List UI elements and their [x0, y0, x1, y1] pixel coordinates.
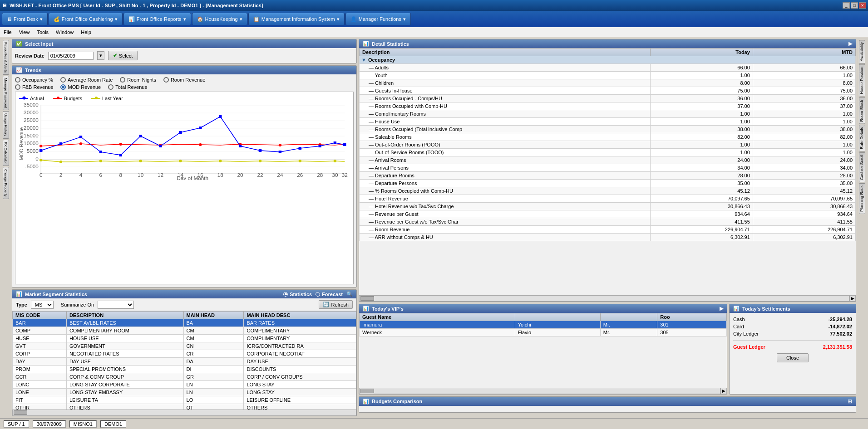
vip-table: Guest Name Roo Imamura Yoichi Mr. 301 We…: [359, 313, 727, 336]
market-row[interactable]: FIT LEISURE TA LO LEISURE OFFLINE: [13, 396, 356, 404]
svg-text:0: 0: [35, 156, 39, 161]
vip-scroll-right[interactable]: ▶: [720, 388, 727, 394]
vip-scrollbar[interactable]: ▶: [359, 388, 727, 394]
select-button[interactable]: ✔ Select: [108, 51, 138, 60]
market-row[interactable]: BAR BEST AVLBL RATES BA BAR RATES: [13, 319, 356, 327]
group-name-cell: ▼Occupancy: [360, 56, 856, 64]
main-head-cell: CM: [183, 327, 244, 335]
budgets-expand-btn[interactable]: ⊞: [848, 398, 852, 405]
dropdown-arrow[interactable]: ▾: [97, 51, 104, 60]
maximize-btn[interactable]: □: [851, 2, 858, 9]
market-row[interactable]: GCR CORP & CONV GROUP GR CORP / CONV GRO…: [13, 373, 356, 381]
manager-menu[interactable]: 👤 Manager Functions ▾: [345, 13, 411, 25]
sidebar-tab-favourites[interactable]: Favourites & Alerts: [3, 40, 9, 75]
radio-room-revenue[interactable]: Room Revenue: [163, 77, 205, 83]
detail-today-cell: 37.00: [650, 102, 753, 110]
tools-menu[interactable]: Tools: [37, 29, 49, 35]
detail-row: — Arrival Rooms 24.00 24.00: [360, 156, 856, 164]
file-menu[interactable]: File: [4, 29, 12, 35]
housekeeping-menu[interactable]: 🏠 HouseKeeping ▾: [192, 13, 247, 25]
close-button[interactable]: Close: [777, 353, 809, 362]
radio-room-nights[interactable]: Room Nights: [120, 77, 156, 83]
detail-today-cell: 1.00: [650, 72, 753, 79]
front-desk-menu[interactable]: 🖥 Front Desk ▾: [2, 13, 48, 25]
minimize-btn[interactable]: _: [843, 2, 850, 9]
detail-today-cell: 30,866.43: [650, 203, 753, 210]
sidebar-tab-rate-details[interactable]: Rate Details: [859, 125, 865, 151]
detail-scroll-right[interactable]: ▶: [848, 41, 852, 47]
sidebar-tab-planning-rack[interactable]: Planning Rack: [859, 183, 865, 214]
vip-room: 301: [657, 321, 727, 329]
detail-row: — Saleable Rooms 82.00 82.00: [360, 133, 856, 141]
reports-menu[interactable]: 📊 Front Office Reports ▾: [123, 13, 191, 25]
main-head-desc-cell: CORP / CONV GROUPS: [244, 373, 356, 381]
cashiering-menu[interactable]: 💰 Front Office Cashiering ▾: [49, 13, 123, 25]
settlement-divider: [733, 340, 852, 342]
detail-row: — Departure Rooms 28.00 28.00: [360, 172, 856, 180]
market-row[interactable]: COMP COMPLIMENTARY ROOM CM COMPLIMENTARY: [13, 327, 356, 335]
svg-point-53: [259, 160, 261, 162]
detail-today-cell: 6,302.91: [650, 234, 753, 241]
detail-mtd-cell: 24.00: [753, 156, 855, 164]
right-sidebar: Availability House Position Room Block R…: [858, 39, 866, 416]
scroll-right-btn[interactable]: ▶: [849, 295, 856, 302]
app-menu-bar: File View Tools Window Help: [0, 27, 868, 37]
sidebar-tab-room-block[interactable]: Room Block: [859, 98, 865, 124]
radio-arr[interactable]: Average Room Rate: [60, 77, 113, 83]
sidebar-tab-fx[interactable]: FX Calculator: [3, 140, 9, 166]
detail-desc-cell: — Hotel Revenue: [360, 195, 651, 203]
radio-mod[interactable]: MOD Revenue: [60, 84, 101, 90]
settlements-icon: 📊: [733, 306, 740, 312]
group-expand-icon: ▼: [361, 57, 366, 63]
window-menu[interactable]: Window: [56, 29, 74, 35]
sidebar-tab-password[interactable]: Manage Password: [3, 76, 9, 110]
forecast-radio[interactable]: Forecast: [316, 292, 343, 297]
radio-occupancy[interactable]: Occupancy %: [15, 77, 53, 83]
type-select[interactable]: MS: [31, 301, 54, 309]
main-head-cell: GR: [183, 373, 244, 381]
statistics-radio[interactable]: Statistics: [283, 292, 312, 297]
vip-row[interactable]: Imamura Yoichi Mr. 301: [360, 321, 727, 329]
market-row[interactable]: CORP NEGOTIATED RATES CR CORPORATE NEGOT…: [13, 350, 356, 358]
mis-menu[interactable]: 📋 Management Information System ▾: [248, 13, 345, 25]
sidebar-tab-history[interactable]: Usage History: [3, 111, 9, 138]
help-menu[interactable]: Help: [81, 29, 91, 35]
view-menu[interactable]: View: [19, 29, 30, 35]
refresh-button[interactable]: 🔄 Refresh: [319, 300, 353, 309]
radio-total[interactable]: Total Revenue: [108, 84, 147, 90]
market-row[interactable]: LONC LONG STAY CORPORATE LN LONG STAY: [13, 381, 356, 389]
detail-mtd-cell: 6,302.91: [753, 234, 855, 241]
sidebar-tab-house-position[interactable]: House Position: [859, 64, 865, 97]
detail-desc-cell: — Rooms Occupied - Comps/HU: [360, 95, 651, 102]
market-row[interactable]: HUSE HOUSE USE CM COMPLIMENTARY: [13, 335, 356, 342]
market-zoom-icon[interactable]: 🔍: [346, 291, 353, 297]
detail-scrollbar-x[interactable]: ▶: [359, 295, 856, 302]
market-scrollbar-x[interactable]: [12, 410, 356, 416]
market-row[interactable]: OTHR OTHERS OT OTHERS: [13, 404, 356, 410]
market-row[interactable]: PROM SPECIAL PROMOTIONS DI DISCOUNTS: [13, 366, 356, 373]
review-date-input[interactable]: [48, 52, 94, 60]
market-row[interactable]: GVT GOVERNMENT CN ICRG/CONTRACTED RA: [13, 342, 356, 350]
close-btn[interactable]: ✕: [859, 2, 866, 9]
market-row[interactable]: LONE LONG STAY EMBASSY LN LONG STAY: [13, 389, 356, 396]
detail-today-cell: 411.55: [650, 218, 753, 226]
detail-today-cell: 1.00: [650, 149, 753, 156]
vip-row[interactable]: Werneck Flavio Mr. 305: [360, 329, 727, 336]
vip-table-wrap[interactable]: Guest Name Roo Imamura Yoichi Mr. 301 We…: [359, 313, 727, 388]
detail-desc-cell: — Rooms Occupied (Total inclusive Comp: [360, 126, 651, 133]
sidebar-tab-availability[interactable]: Availability: [859, 40, 865, 63]
sidebar-tab-property[interactable]: Change Property: [3, 167, 9, 199]
svg-point-54: [299, 160, 301, 162]
detail-desc-cell: — Out-of-Order Rooms (POOO): [360, 141, 651, 149]
detail-today-cell: 75.00: [650, 87, 753, 95]
trends-radio-row1: Occupancy % Average Room Rate Room Night…: [15, 77, 354, 83]
vip-scroll-icon[interactable]: ▶: [720, 306, 723, 312]
detail-table-wrap[interactable]: Description Today MTD ▼Occupancy — Adult…: [359, 48, 856, 295]
market-table[interactable]: MIS CODE DESCRIPTION MAIN HEAD MAIN HEAD…: [12, 311, 356, 410]
sidebar-tab-cashier-scroll[interactable]: Cashier Scroll: [859, 152, 865, 182]
radio-fb[interactable]: F&B Revenue: [15, 84, 53, 90]
desc-cell: DAY USE: [66, 358, 183, 366]
market-row[interactable]: DAY DAY USE DA DAY USE: [13, 358, 356, 366]
summarize-select[interactable]: [98, 301, 134, 309]
detail-mtd-cell: 934.64: [753, 210, 855, 218]
